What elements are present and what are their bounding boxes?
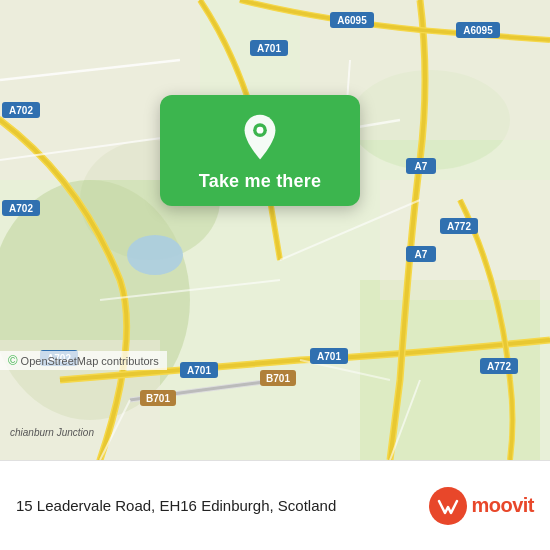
address-text: 15 Leadervale Road, EH16 Edinburgh, Scot… [16, 497, 429, 514]
svg-text:B701: B701 [146, 393, 170, 404]
copyright-bar: © OpenStreetMap contributors [0, 351, 167, 370]
location-pin-icon [236, 113, 284, 161]
svg-text:B701: B701 [266, 373, 290, 384]
svg-text:A702: A702 [9, 105, 33, 116]
svg-point-49 [257, 127, 264, 134]
osm-icon: © [8, 353, 18, 368]
svg-text:A6095: A6095 [337, 15, 367, 26]
location-card[interactable]: Take me there [160, 95, 360, 206]
map-svg: A702 A702 A702 A701 A701 A701 A7 A7 A609… [0, 0, 550, 460]
svg-text:A772: A772 [447, 221, 471, 232]
svg-text:A772: A772 [487, 361, 511, 372]
svg-text:chianburn Junction: chianburn Junction [10, 427, 94, 438]
take-me-there-button[interactable]: Take me there [199, 171, 321, 192]
moovit-name: moovit [471, 494, 534, 517]
moovit-logo: moovit [429, 487, 534, 525]
map-container: A702 A702 A702 A701 A701 A701 A7 A7 A609… [0, 0, 550, 460]
svg-point-5 [127, 235, 183, 275]
svg-text:A6095: A6095 [463, 25, 493, 36]
bottom-bar: 15 Leadervale Road, EH16 Edinburgh, Scot… [0, 460, 550, 550]
moovit-icon [429, 487, 467, 525]
svg-text:A701: A701 [257, 43, 281, 54]
copyright-text: OpenStreetMap contributors [21, 355, 159, 367]
svg-text:A7: A7 [415, 249, 428, 260]
svg-text:A701: A701 [187, 365, 211, 376]
svg-text:A701: A701 [317, 351, 341, 362]
svg-text:A702: A702 [9, 203, 33, 214]
svg-text:A7: A7 [415, 161, 428, 172]
